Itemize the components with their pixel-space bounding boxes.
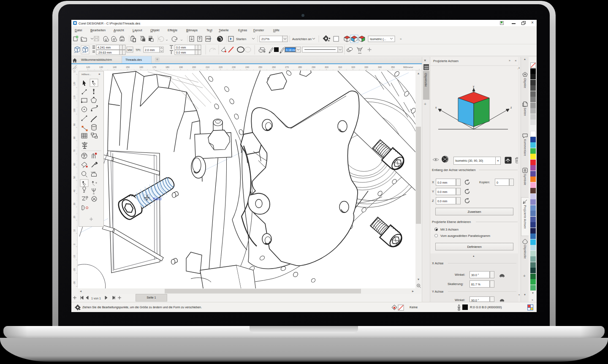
svg-text:260: 260 <box>272 66 276 68</box>
svg-text:350: 350 <box>391 66 395 68</box>
svg-text:310: 310 <box>338 66 342 68</box>
svg-text:1 von 1: 1 von 1 <box>91 297 101 300</box>
svg-text:120: 120 <box>86 66 90 68</box>
svg-text:MM: MM <box>128 49 132 52</box>
svg-text:210: 210 <box>206 66 209 68</box>
svg-text:»: » <box>400 37 402 41</box>
svg-text:230: 230 <box>232 66 236 68</box>
svg-text:60: 60 <box>73 163 76 166</box>
svg-text:TPI:: TPI: <box>136 49 141 52</box>
svg-text:Rand: Rand <box>153 197 162 201</box>
svg-text:217%: 217% <box>261 37 270 41</box>
svg-text:330: 330 <box>364 66 368 68</box>
svg-text:180: 180 <box>166 66 169 68</box>
svg-text:-29.63 mm: -29.63 mm <box>98 51 112 54</box>
svg-text:x: x <box>435 106 437 109</box>
svg-text:-10: -10 <box>73 255 76 258</box>
svg-text:150: 150 <box>126 66 130 68</box>
svg-text:250: 250 <box>258 66 262 68</box>
svg-text:2.0 mm: 2.0 mm <box>145 49 155 52</box>
svg-text:70: 70 <box>73 149 76 152</box>
svg-text:110: 110 <box>73 95 76 99</box>
svg-text:50: 50 <box>73 176 76 179</box>
svg-text:20: 20 <box>73 216 76 218</box>
svg-text:z: z <box>510 106 512 109</box>
svg-text:240: 240 <box>245 66 249 68</box>
svg-text:290: 290 <box>312 66 315 68</box>
svg-text:200: 200 <box>192 66 196 68</box>
svg-text:30: 30 <box>73 203 76 205</box>
svg-text:270: 270 <box>285 66 289 68</box>
svg-text:90: 90 <box>73 123 76 126</box>
svg-text:10: 10 <box>73 229 76 232</box>
svg-text:0.0 mm: 0.0 mm <box>176 51 186 54</box>
svg-text:140: 140 <box>113 66 117 68</box>
svg-text:4.241 mm: 4.241 mm <box>98 46 111 49</box>
svg-text:y: y <box>473 85 475 88</box>
svg-text:0.0 mm: 0.0 mm <box>176 46 186 49</box>
svg-text:220: 220 <box>219 66 223 68</box>
svg-text:320: 320 <box>351 66 355 68</box>
svg-text:Millimeter: Millimeter <box>403 66 413 68</box>
svg-text:0.18 mm: 0.18 mm <box>286 49 297 52</box>
svg-text:Ausrichten an: Ausrichten an <box>292 37 312 41</box>
svg-text:340: 340 <box>378 66 382 68</box>
svg-text:120: 120 <box>73 82 76 86</box>
svg-text:100: 100 <box>73 109 76 112</box>
svg-text:280: 280 <box>298 66 302 68</box>
svg-text:0: 0 <box>73 244 76 245</box>
svg-text:130: 130 <box>99 66 103 68</box>
svg-text:80: 80 <box>73 136 76 139</box>
svg-text:40: 40 <box>73 190 76 192</box>
svg-text:Starten: Starten <box>236 37 246 41</box>
svg-text:190: 190 <box>179 66 183 68</box>
svg-text:300: 300 <box>325 66 328 68</box>
svg-text:-30: -30 <box>73 281 76 285</box>
svg-text:170: 170 <box>152 66 156 68</box>
svg-text:160: 160 <box>139 66 143 68</box>
svg-text:PDF: PDF <box>206 38 212 40</box>
svg-text:-20: -20 <box>73 268 76 272</box>
svg-text:Isometric (...: Isometric (... <box>370 38 386 41</box>
